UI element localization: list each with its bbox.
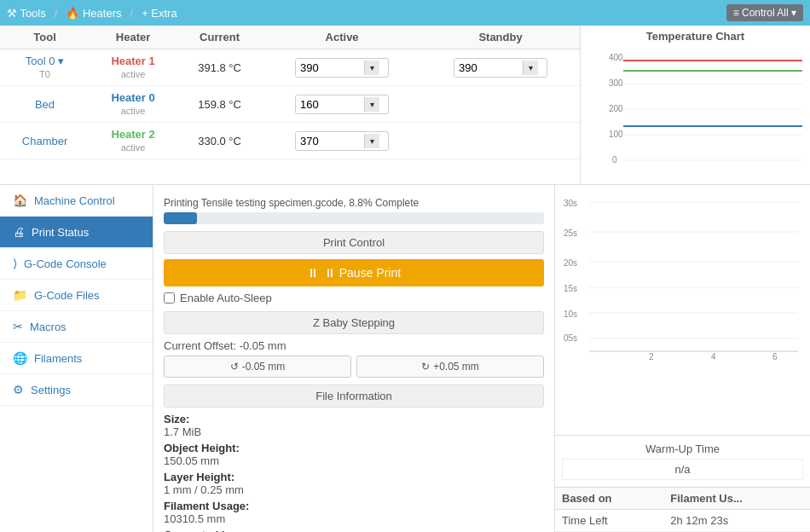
filament-col-usage: Filament Us... (663, 488, 810, 510)
heaters-link[interactable]: 🔥 Heaters (66, 7, 121, 20)
heater2-name: Heater 2 (111, 128, 154, 141)
file-info-header: File Information (164, 385, 544, 408)
heater2-status: active (121, 142, 146, 153)
sidebar-item-gcode-console[interactable]: ⟩ G-Code Console (0, 248, 153, 280)
warmup-value: n/a (562, 459, 803, 480)
layer-height-value: 1 mm / 0.25 mm (164, 483, 244, 496)
heater1-standby-input[interactable]: ▾ (454, 58, 547, 78)
separator-1: / (55, 7, 58, 20)
filament-table-section: Based on Filament Us... Time Left 2h 12m… (555, 487, 810, 532)
svg-text:05s: 05s (564, 333, 577, 343)
filaments-icon: 🌐 (13, 351, 27, 365)
sidebar-item-macros[interactable]: ✂ Macros (0, 311, 153, 343)
sidebar-item-machine-control[interactable]: 🏠 Machine Control (0, 185, 153, 217)
filament-usage-row: Filament Usage: 10310.5 mm (164, 500, 544, 525)
auto-sleep-label: Enable Auto-Sleep (180, 292, 272, 304)
sidebar-label-machine-control: Machine Control (34, 194, 115, 207)
extra-link[interactable]: + Extra (142, 7, 177, 20)
filament-table-row: Time Left 2h 12m 23s (555, 510, 810, 532)
auto-sleep-checkbox[interactable] (164, 292, 175, 304)
tools-link[interactable]: ⚒ Tools (7, 7, 46, 20)
heater1-active-field[interactable] (296, 59, 364, 77)
sidebar-item-print-status[interactable]: 🖨 Print Status (0, 217, 153, 248)
pause-icon: ⏸ (307, 266, 319, 280)
filament-table: Based on Filament Us... Time Left 2h 12m… (555, 488, 810, 532)
z-plus-icon: ↻ (421, 361, 430, 373)
generated-by-label: Generated by: (164, 529, 238, 532)
temp-chart-svg: 400 300 200 100 0 (585, 45, 807, 177)
print-left: Printing Tensile testing specimen.gcode,… (153, 185, 554, 532)
temp-chart-title: Temperature Chart (585, 30, 806, 43)
console-icon: ⟩ (13, 257, 17, 270)
svg-text:0: 0 (612, 155, 617, 165)
table-row: Chamber Heater 2 active 330.0 °C ▾ (0, 123, 580, 159)
z-minus-icon: ↺ (230, 361, 239, 373)
progress-container: Printing Tensile testing specimen.gcode,… (164, 197, 544, 224)
heater0-active-input[interactable]: ▾ (295, 95, 389, 114)
svg-text:200: 200 (609, 104, 623, 113)
sidebar: 🏠 Machine Control 🖨 Print Status ⟩ G-Cod… (0, 185, 153, 532)
col-active: Active (263, 26, 421, 49)
pause-label: ⏸ Pause Print (324, 266, 401, 280)
z-minus-button[interactable]: ↺ -0.05 mm (164, 356, 351, 378)
z-minus-label: -0.05 mm (242, 361, 286, 373)
heater1-standby-field[interactable] (454, 59, 523, 77)
heater1-active-input[interactable]: ▾ (295, 58, 389, 78)
separator-2: / (130, 7, 134, 20)
object-height-row: Object Height: 150.05 mm (164, 442, 544, 467)
svg-text:25s: 25s (564, 228, 577, 238)
warmup-section: Warm-Up Time n/a (555, 435, 810, 487)
sidebar-item-filaments[interactable]: 🌐 Filaments (0, 343, 153, 374)
z-stepping-section: Current Offset: -0.05 mm ↺ -0.05 mm ↻ +0… (164, 339, 544, 378)
tool0-sub: T0 (39, 69, 50, 79)
heater1-name: Heater 1 (111, 55, 154, 67)
home-icon: 🏠 (13, 194, 27, 207)
top-toolbar: ⚒ Tools / 🔥 Heaters / + Extra ≡ Control … (0, 0, 810, 26)
timing-chart-svg: 30s 25s 20s 15s 10s 05s (559, 189, 807, 360)
svg-text:400: 400 (609, 53, 623, 62)
timing-chart: 30s 25s 20s 15s 10s 05s (555, 185, 810, 435)
heater2-active-field[interactable] (296, 132, 364, 150)
control-all-button[interactable]: ≡ Control All ▾ (726, 4, 803, 21)
heater0-active-field[interactable] (296, 95, 364, 113)
heater1-current: 391.8 °C (176, 49, 263, 86)
temp-chart-container: Temperature Chart 400 300 200 100 0 (580, 26, 810, 184)
table-row: Bed Heater 0 active 159.8 °C ▾ (0, 86, 580, 123)
progress-bar-outer (164, 212, 544, 224)
file-info-section: Size: 1.7 MiB Object Height: 150.05 mm L… (164, 413, 544, 532)
chamber-link[interactable]: Chamber (22, 135, 67, 147)
sidebar-item-gcode-files[interactable]: 📁 G-Code Files (0, 280, 153, 311)
print-area: Printing Tensile testing specimen.gcode,… (153, 185, 810, 532)
sidebar-item-settings[interactable]: ⚙ Settings (0, 374, 153, 406)
heater2-active-dropdown[interactable]: ▾ (364, 134, 379, 148)
app-container: ⚒ Tools / 🔥 Heaters / + Extra ≡ Control … (0, 0, 810, 532)
sidebar-label-filaments: Filaments (34, 352, 82, 365)
col-standby: Standby (421, 26, 580, 49)
size-value: 1.7 MiB (164, 425, 201, 438)
heater1-standby-dropdown[interactable]: ▾ (523, 61, 538, 75)
svg-text:30s: 30s (564, 199, 577, 208)
tool0-link[interactable]: Tool 0 ▾ (26, 55, 64, 67)
filament-usage-value: 10310.5 mm (164, 512, 225, 525)
heater2-current: 330.0 °C (176, 123, 263, 159)
progress-bar-inner (164, 212, 197, 224)
z-plus-button[interactable]: ↻ +0.05 mm (356, 356, 544, 378)
heater1-active-dropdown[interactable]: ▾ (364, 61, 379, 75)
heater0-active-dropdown[interactable]: ▾ (364, 97, 379, 112)
sidebar-label-print-status: Print Status (32, 226, 89, 239)
bed-link[interactable]: Bed (35, 98, 55, 111)
svg-text:10s: 10s (564, 309, 577, 319)
files-icon: 📁 (13, 288, 27, 302)
auto-sleep-row: Enable Auto-Sleep (164, 292, 544, 304)
col-tool: Tool (0, 26, 90, 49)
macros-icon: ✂ (13, 320, 23, 333)
object-height-value: 150.05 mm (164, 454, 219, 467)
main-layout: 🏠 Machine Control 🖨 Print Status ⟩ G-Cod… (0, 185, 810, 532)
pause-print-button[interactable]: ⏸ ⏸ Pause Print (164, 259, 544, 286)
heater2-active-input[interactable]: ▾ (295, 131, 389, 151)
filament-usage-label: Filament Usage: (164, 500, 249, 512)
warmup-title: Warm-Up Time (562, 442, 803, 455)
svg-text:20s: 20s (564, 258, 577, 268)
heater-table-container: Tool Heater Current Active Standby Tool … (0, 26, 580, 184)
z-stepping-header: Z Baby Stepping (164, 311, 544, 334)
